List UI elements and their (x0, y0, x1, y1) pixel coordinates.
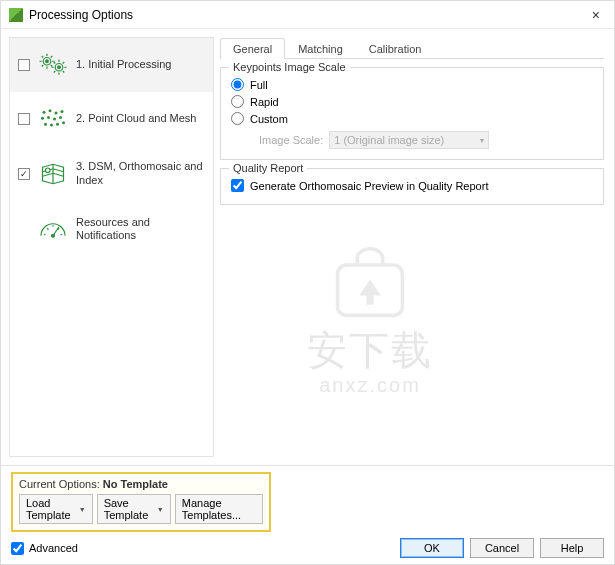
svg-point-6 (55, 112, 58, 115)
advanced-label: Advanced (29, 542, 78, 554)
image-scale-label: Image Scale: (259, 134, 323, 146)
chevron-down-icon: ▾ (480, 136, 484, 145)
radio-label: Custom (250, 113, 288, 125)
generate-ortho-checkbox[interactable] (231, 179, 244, 192)
radio-label: Full (250, 79, 268, 91)
map-layers-icon (38, 161, 68, 187)
svg-point-7 (61, 110, 64, 113)
svg-point-4 (43, 111, 46, 114)
sidebar-checkbox[interactable] (18, 113, 30, 125)
radio-custom-input[interactable] (231, 112, 244, 125)
image-scale-select: 1 (Original image size) ▾ (329, 131, 489, 149)
svg-point-11 (59, 116, 62, 119)
close-button[interactable]: × (586, 7, 606, 23)
window-titlebar: Processing Options × (1, 1, 614, 29)
radio-label: Rapid (250, 96, 279, 108)
checkbox-label: Generate Orthomosaic Preview in Quality … (250, 180, 488, 192)
svg-point-14 (56, 123, 59, 126)
dropdown-arrow-icon: ▼ (157, 506, 164, 513)
sidebar-item-initial-processing[interactable]: 1. Initial Processing (10, 38, 213, 92)
manage-templates-button[interactable]: Manage Templates... (175, 494, 263, 524)
tab-calibration[interactable]: Calibration (356, 38, 435, 59)
svg-point-15 (62, 121, 65, 124)
help-button[interactable]: Help (540, 538, 604, 558)
sidebar-checkbox[interactable] (18, 59, 30, 71)
gears-icon (38, 52, 68, 78)
tab-bar: General Matching Calibration (220, 37, 604, 59)
svg-point-9 (47, 116, 50, 119)
tab-matching[interactable]: Matching (285, 38, 356, 59)
quality-report-group: Quality Report Generate Orthomosaic Prev… (220, 168, 604, 205)
radio-full[interactable]: Full (231, 76, 593, 93)
load-template-button[interactable]: Load Template▼ (19, 494, 93, 524)
svg-point-16 (46, 168, 51, 173)
app-icon (9, 8, 23, 22)
ok-button[interactable]: OK (400, 538, 464, 558)
svg-point-8 (41, 117, 44, 120)
radio-full-input[interactable] (231, 78, 244, 91)
bottom-bar: Current Options: No Template Load Templa… (1, 465, 614, 564)
content-panel: General Matching Calibration Keypoints I… (214, 29, 614, 465)
svg-point-13 (50, 124, 53, 127)
advanced-checkbox-row[interactable]: Advanced (11, 542, 78, 555)
svg-point-3 (58, 66, 61, 69)
sidebar-item-label: 3. DSM, Orthomosaic and Index (76, 160, 205, 188)
dropdown-arrow-icon: ▼ (79, 506, 86, 513)
sidebar-item-resources[interactable]: Resources and Notifications (10, 202, 213, 258)
template-box: Current Options: No Template Load Templa… (11, 472, 271, 532)
quality-report-legend: Quality Report (229, 162, 307, 174)
generate-ortho-preview[interactable]: Generate Orthomosaic Preview in Quality … (231, 177, 593, 194)
radio-rapid-input[interactable] (231, 95, 244, 108)
svg-point-17 (52, 235, 55, 238)
gauge-icon (38, 216, 68, 242)
sidebar-item-label: Resources and Notifications (76, 216, 205, 244)
sidebar-checkbox[interactable]: ✓ (18, 168, 30, 180)
svg-point-5 (49, 109, 52, 112)
sidebar-item-label: 2. Point Cloud and Mesh (76, 112, 205, 126)
svg-point-12 (44, 123, 47, 126)
current-options-label: Current Options: No Template (19, 478, 263, 490)
point-cloud-icon (38, 106, 68, 132)
svg-point-1 (46, 60, 49, 63)
image-scale-value: 1 (Original image size) (334, 134, 444, 146)
sidebar-item-point-cloud[interactable]: 2. Point Cloud and Mesh (10, 92, 213, 146)
sidebar: 1. Initial Processing 2. Point Cloud and… (9, 37, 214, 457)
current-options-value: No Template (103, 478, 168, 490)
radio-custom[interactable]: Custom (231, 110, 593, 127)
save-template-button[interactable]: Save Template▼ (97, 494, 171, 524)
advanced-checkbox[interactable] (11, 542, 24, 555)
keypoints-group: Keypoints Image Scale Full Rapid Custom … (220, 67, 604, 160)
svg-point-10 (53, 118, 56, 121)
tab-general[interactable]: General (220, 38, 285, 59)
cancel-button[interactable]: Cancel (470, 538, 534, 558)
radio-rapid[interactable]: Rapid (231, 93, 593, 110)
window-title: Processing Options (29, 8, 586, 22)
keypoints-legend: Keypoints Image Scale (229, 61, 350, 73)
sidebar-item-dsm-ortho[interactable]: ✓ 3. DSM, Orthomosaic and Index (10, 146, 213, 202)
sidebar-item-label: 1. Initial Processing (76, 58, 205, 72)
